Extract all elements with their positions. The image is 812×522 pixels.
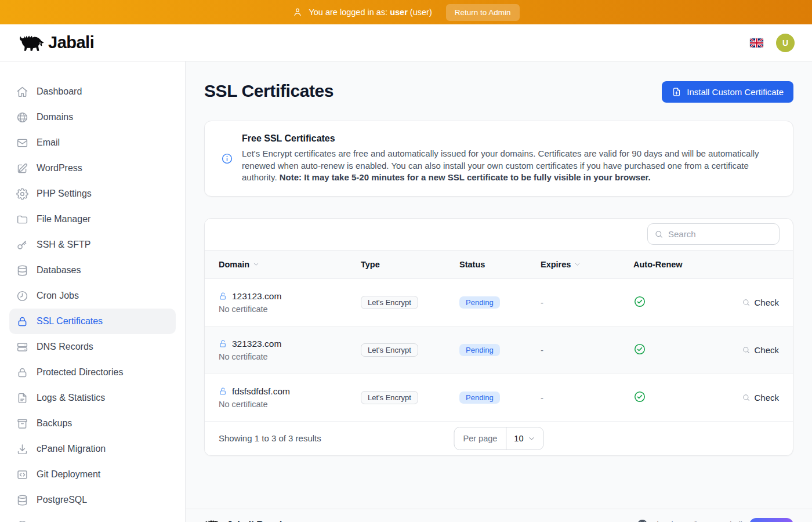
status-badge: Pending (459, 392, 500, 404)
lock-icon (16, 316, 28, 328)
impersonation-bar: You are logged in as: user (user) Return… (0, 0, 812, 24)
sidebar-item-email[interactable]: Email (9, 130, 176, 155)
auto-renew-check-icon[interactable] (633, 343, 646, 356)
check-button[interactable]: Check (742, 298, 779, 307)
sidebar-item-ssh-sftp[interactable]: SSH & SFTP (9, 232, 176, 258)
type-badge: Let's Encrypt (361, 296, 418, 309)
github-link[interactable]: GitHub (637, 520, 676, 522)
page-footer: Jabali Panel GitHub • © 2026 Jabali v0.9… (186, 509, 812, 522)
domain-name: 123123.com (219, 291, 361, 302)
unlock-icon (219, 339, 228, 349)
column-header-expires[interactable]: Expires (541, 260, 633, 269)
version-badge: v0.9-rc42 (749, 518, 793, 522)
search-icon (742, 298, 751, 307)
per-page-select[interactable]: Per page 10 (454, 427, 544, 450)
type-badge: Let's Encrypt (361, 391, 418, 404)
sidebar-item-protected-directories[interactable]: Protected Directories (9, 360, 176, 385)
column-header-status: Status (459, 260, 541, 269)
sidebar-item-logs-statistics[interactable]: Logs & Statistics (9, 385, 176, 411)
key-icon (16, 239, 28, 251)
home-icon (16, 86, 28, 98)
info-box-body: Let's Encrypt certificates are free and … (242, 148, 777, 184)
column-header-domain[interactable]: Domain (219, 260, 361, 269)
page-title: SSL Certificates (204, 81, 334, 101)
main-content: SSL Certificates Install Custom Certific… (186, 61, 812, 522)
certificates-table-card: Domain Type Status Expires Auto-Renew (204, 218, 793, 456)
boar-icon (17, 33, 44, 53)
mail-icon (16, 137, 28, 149)
server-icon (16, 341, 28, 353)
unlock-icon (219, 292, 228, 301)
sidebar-item-php-settings[interactable]: PHP Settings (9, 181, 176, 206)
brand-logo[interactable]: Jabali (17, 33, 94, 53)
free-ssl-info-box: Free SSL Certificates Let's Encrypt cert… (204, 121, 793, 197)
search-icon (654, 230, 664, 239)
check-button[interactable]: Check (742, 345, 779, 355)
search-icon (742, 346, 751, 354)
github-icon (637, 520, 647, 522)
user-avatar[interactable]: U (776, 34, 795, 52)
document-icon (16, 392, 28, 404)
sidebar-item-file-manager[interactable]: File Manager (9, 206, 176, 232)
database-icon (16, 494, 28, 506)
chevron-down-icon (528, 434, 536, 443)
footer-copyright: © 2026 Jabali (693, 520, 742, 522)
type-badge: Let's Encrypt (361, 343, 418, 357)
sidebar-item-postgresql[interactable]: PostgreSQL (9, 487, 176, 513)
impersonation-message: You are logged in as: user (user) (309, 8, 432, 17)
results-summary: Showing 1 to 3 of 3 results (219, 433, 321, 443)
code-icon (16, 469, 28, 481)
sidebar-item-dashboard[interactable]: Dashboard (9, 79, 176, 104)
table-row: fdsfsdfdsf.com No certificate Let's Encr… (205, 374, 793, 422)
table-row: 123123.com No certificate Let's Encrypt … (205, 279, 793, 327)
expires-value: - (541, 345, 633, 355)
info-icon (221, 153, 233, 165)
install-custom-certificate-button[interactable]: Install Custom Certificate (662, 81, 793, 103)
sidebar-item-git-deployment[interactable]: Git Deployment (9, 462, 176, 487)
auto-renew-check-icon[interactable] (633, 295, 646, 308)
certificate-subtitle: No certificate (219, 400, 361, 409)
boar-icon (204, 519, 222, 522)
sidebar-item-partial[interactable] (9, 513, 176, 522)
sidebar-item-backups[interactable]: Backups (9, 411, 176, 436)
table-row: 321323.com No certificate Let's Encrypt … (205, 327, 793, 374)
search-input[interactable] (668, 229, 773, 239)
expires-value: - (541, 298, 633, 307)
clock-icon (16, 290, 28, 302)
sidebar: Dashboard Domains Email WordPress PHP Se… (0, 61, 186, 522)
unlock-icon (219, 387, 228, 396)
chevron-down-icon (252, 260, 260, 268)
folder-icon (16, 213, 28, 226)
certificate-subtitle: No certificate (219, 304, 361, 314)
search-box (647, 223, 780, 245)
footer-brand: Jabali Panel (204, 519, 282, 522)
search-icon (742, 393, 751, 402)
column-header-type: Type (361, 260, 459, 269)
domain-name: 321323.com (219, 339, 361, 349)
footer-separator: • (683, 520, 686, 522)
language-flag-icon[interactable] (750, 38, 763, 48)
domain-name: fdsfsdfdsf.com (219, 386, 361, 397)
gear-icon (16, 188, 28, 200)
check-button[interactable]: Check (742, 393, 779, 403)
sidebar-item-ssl-certificates[interactable]: SSL Certificates (9, 309, 176, 334)
certificate-subtitle: No certificate (219, 352, 361, 361)
circle-icon (16, 520, 28, 522)
return-to-admin-button[interactable]: Return to Admin (446, 4, 520, 21)
brand-name: Jabali (48, 33, 94, 52)
sidebar-item-cron-jobs[interactable]: Cron Jobs (9, 283, 176, 309)
archive-icon (16, 418, 28, 430)
chevron-down-icon (574, 260, 581, 268)
document-plus-icon (672, 87, 682, 97)
sidebar-item-domains[interactable]: Domains (9, 104, 176, 130)
sidebar-item-dns-records[interactable]: DNS Records (9, 334, 176, 360)
lock-icon (16, 367, 28, 379)
globe-icon (16, 111, 28, 124)
pagination-bar: Showing 1 to 3 of 3 results Per page 10 (205, 422, 793, 455)
sidebar-item-wordpress[interactable]: WordPress (9, 155, 176, 181)
sidebar-item-cpanel-migration[interactable]: cPanel Migration (9, 436, 176, 462)
download-icon (16, 443, 28, 455)
auto-renew-check-icon[interactable] (633, 390, 646, 403)
sidebar-item-databases[interactable]: Databases (9, 258, 176, 283)
status-badge: Pending (459, 296, 500, 309)
